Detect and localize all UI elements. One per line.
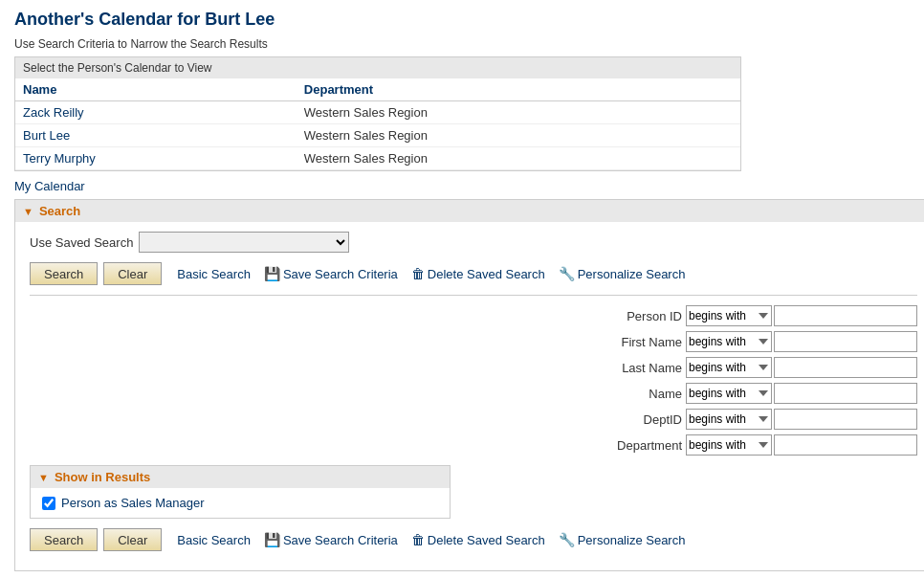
show-results-label: Show in Results (55, 470, 150, 484)
calendar-department: Western Sales Region (297, 124, 740, 147)
search-panel: ▼ Search Use Saved Search Search Clear B… (14, 199, 924, 571)
show-results-header: ▼ Show in Results (31, 466, 450, 488)
field-input-4[interactable] (774, 409, 917, 430)
field-operator-4[interactable]: begins withis exactlycontainsdoes not co… (686, 409, 772, 430)
calendar-department: Western Sales Region (297, 147, 740, 170)
delete-icon-top: 🗑 (411, 266, 425, 281)
calendar-person-link[interactable]: Zack Reilly (23, 105, 84, 120)
field-input-5[interactable] (774, 434, 917, 456)
field-label-1: First Name (586, 335, 682, 349)
action-links-top: Basic Search 💾 Save Search Criteria 🗑 De… (177, 266, 685, 281)
search-button-top[interactable]: Search (30, 262, 98, 285)
field-operator-3[interactable]: begins withis exactlycontainsdoes not co… (686, 383, 772, 404)
field-label-5: Department (586, 438, 682, 453)
search-button-bottom[interactable]: Search (30, 528, 98, 551)
show-results-triangle-icon: ▼ (38, 472, 49, 483)
clear-button-top[interactable]: Clear (103, 262, 162, 285)
calendar-header: Select the Person's Calendar to View (15, 57, 740, 78)
field-input-0[interactable] (774, 305, 917, 326)
search-panel-body: Use Saved Search Search Clear Basic Sear… (15, 222, 924, 570)
basic-search-link-bottom[interactable]: Basic Search (177, 533, 251, 547)
saved-search-select[interactable] (139, 232, 349, 253)
show-results-body: Person as Sales Manager (31, 488, 450, 518)
save-criteria-link-bottom[interactable]: 💾 Save Search Criteria (264, 532, 398, 547)
search-fields: Person IDbegins withis exactlycontainsdo… (30, 305, 917, 456)
search-header-label: Search (39, 204, 80, 218)
save-icon-top: 💾 (264, 266, 280, 281)
col-name: Name (15, 78, 297, 101)
search-panel-header: ▼ Search (15, 200, 924, 222)
divider-top (30, 295, 917, 296)
field-operator-5[interactable]: begins withis exactlycontainsdoes not co… (686, 434, 772, 456)
search-field-row: First Namebegins withis exactlycontainsd… (30, 331, 917, 352)
clear-button-bottom[interactable]: Clear (103, 528, 162, 551)
calendar-department: Western Sales Region (297, 101, 740, 124)
calendar-person-link[interactable]: Burt Lee (23, 128, 70, 143)
saved-search-label: Use Saved Search (30, 235, 133, 250)
field-input-3[interactable] (774, 383, 917, 404)
sales-manager-checkbox[interactable] (42, 497, 55, 510)
table-row: Terry MurphyWestern Sales Region (15, 147, 740, 170)
save-icon-bottom: 💾 (264, 532, 280, 547)
search-field-row: DeptIDbegins withis exactlycontainsdoes … (30, 409, 917, 430)
my-calendar-link[interactable]: My Calendar (14, 179, 910, 193)
calendar-section: Select the Person's Calendar to View Nam… (14, 56, 741, 171)
field-label-3: Name (586, 387, 682, 401)
field-label-4: DeptID (586, 412, 682, 427)
show-results-section: ▼ Show in Results Person as Sales Manage… (30, 465, 451, 519)
table-row: Zack ReillyWestern Sales Region (15, 101, 740, 124)
page-title: Another's Calendar for Burt Lee (14, 10, 910, 30)
field-operator-0[interactable]: begins withis exactlycontainsdoes not co… (686, 305, 772, 326)
save-criteria-link-top[interactable]: 💾 Save Search Criteria (264, 266, 398, 281)
search-field-row: Departmentbegins withis exactlycontainsd… (30, 434, 917, 456)
personalize-link-bottom[interactable]: 🔧 Personalize Search (559, 532, 686, 547)
delete-saved-link-bottom[interactable]: 🗑 Delete Saved Search (411, 532, 545, 547)
sales-manager-label: Person as Sales Manager (61, 496, 205, 510)
checkbox-row-sales-manager: Person as Sales Manager (42, 496, 438, 510)
page-subtitle: Use Search Criteria to Narrow the Search… (14, 37, 910, 51)
table-row: Burt LeeWestern Sales Region (15, 124, 740, 147)
field-label-0: Person ID (586, 309, 682, 323)
basic-search-link-top[interactable]: Basic Search (177, 267, 251, 281)
field-input-1[interactable] (774, 331, 917, 352)
action-bar-bottom: Search Clear Basic Search 💾 Save Search … (30, 528, 917, 551)
search-triangle-icon: ▼ (23, 206, 33, 217)
field-operator-2[interactable]: begins withis exactlycontainsdoes not co… (686, 357, 772, 378)
delete-icon-bottom: 🗑 (411, 532, 425, 547)
search-field-row: Last Namebegins withis exactlycontainsdo… (30, 357, 917, 378)
calendar-table: Name Department Zack ReillyWestern Sales… (15, 78, 740, 170)
personalize-icon-top: 🔧 (559, 266, 575, 281)
col-department: Department (297, 78, 740, 101)
personalize-link-top[interactable]: 🔧 Personalize Search (559, 266, 686, 281)
action-links-bottom: Basic Search 💾 Save Search Criteria 🗑 De… (177, 532, 685, 547)
action-bar-top: Search Clear Basic Search 💾 Save Search … (30, 262, 917, 285)
field-input-2[interactable] (774, 357, 917, 378)
search-field-row: Namebegins withis exactlycontainsdoes no… (30, 383, 917, 404)
calendar-person-link[interactable]: Terry Murphy (23, 151, 96, 166)
field-operator-1[interactable]: begins withis exactlycontainsdoes not co… (686, 331, 772, 352)
search-field-row: Person IDbegins withis exactlycontainsdo… (30, 305, 917, 326)
personalize-icon-bottom: 🔧 (559, 532, 575, 547)
field-label-2: Last Name (586, 361, 682, 375)
delete-saved-link-top[interactable]: 🗑 Delete Saved Search (411, 266, 545, 281)
saved-search-row: Use Saved Search (30, 232, 917, 253)
